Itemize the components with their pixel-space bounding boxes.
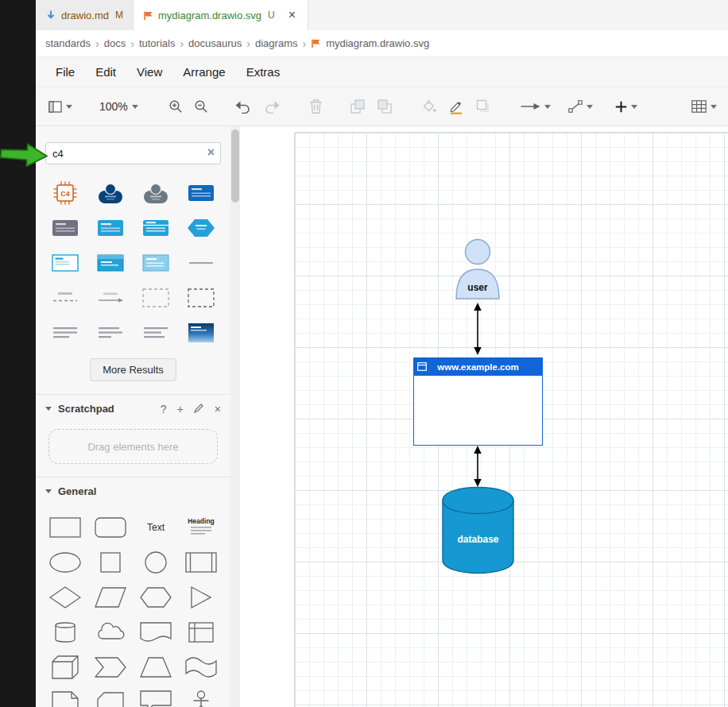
close-icon[interactable]: × [286,8,298,22]
menu-bar: File Edit View Arrange Extras [36,56,728,87]
shape-rounded-rectangle[interactable] [87,510,133,545]
shape-c4-relationship-dashed[interactable] [42,280,87,315]
toolbar-insert[interactable] [612,98,641,116]
toolbar-table[interactable] [688,97,720,116]
shape-circle[interactable] [134,545,179,580]
shape-process[interactable] [179,545,224,580]
breadcrumb-docusaurus[interactable]: docusaurus [187,37,243,49]
tab-drawio-md[interactable]: drawio.md M [36,0,134,30]
svg-text:Text: Text [147,522,165,533]
toolbar-connection[interactable] [517,99,554,114]
shape-search: × [45,142,221,164]
shape-c4-container-divided[interactable] [134,211,179,245]
help-icon[interactable]: ? [161,404,167,415]
chevron-down-icon [544,105,551,109]
more-results-button[interactable]: More Results [90,358,176,381]
shape-search-input[interactable] [45,142,221,164]
toolbar-line-color[interactable] [446,96,467,118]
shape-c4-hexagon[interactable] [179,211,224,245]
shape-c4-relationship[interactable] [87,280,133,315]
node-database[interactable]: database [441,486,515,574]
panel-scrollbar[interactable] [230,126,240,707]
add-icon[interactable]: + [177,404,184,415]
breadcrumb-docs[interactable]: docs [103,37,127,49]
menu-extras[interactable]: Extras [236,57,291,87]
shape-internal-storage[interactable] [179,615,224,650]
shape-c4-frame[interactable] [42,245,87,280]
scratchpad-header[interactable]: Scratchpad ? + × [36,395,230,423]
breadcrumb-standards[interactable]: standards [44,37,92,49]
shape-c4-container[interactable] [179,176,224,211]
chevron-down-icon [66,105,72,109]
shape-square[interactable] [87,545,133,580]
node-user[interactable]: user [455,238,501,299]
shape-c4-webapp-solid[interactable] [87,245,133,280]
shape-c4-chip[interactable]: C4 [42,176,87,211]
shape-triangle[interactable] [179,580,224,615]
scrollbar-thumb[interactable] [231,129,239,203]
shape-c4-image[interactable] [179,315,224,350]
chevron-down-icon [587,105,593,109]
general-header[interactable]: General [36,477,230,505]
shape-cloud[interactable] [87,615,133,650]
shape-document[interactable] [134,615,179,650]
shape-cylinder[interactable] [42,615,87,650]
markdown-file-icon [45,10,56,21]
shape-c4-person-external[interactable] [134,176,179,211]
chevron-right-icon: › [95,37,99,50]
shape-step[interactable] [87,650,133,685]
menu-edit[interactable]: Edit [85,57,126,87]
toolbar-zoom-in[interactable] [165,96,186,117]
shape-cube[interactable] [42,650,87,685]
toolbar-view-panel[interactable] [45,98,76,116]
shape-text[interactable]: Text [134,510,179,545]
shape-parallelogram[interactable] [87,580,133,615]
shape-card[interactable] [87,685,133,707]
drawio-file-icon [143,10,153,21]
toolbar-zoom-out[interactable] [191,96,211,117]
shape-ellipse[interactable] [42,545,87,580]
tab-label: drawio.md [61,10,109,21]
menu-arrange[interactable]: Arrange [172,57,235,87]
shape-c4-boundary[interactable] [134,280,179,315]
shape-note[interactable] [42,685,87,707]
scratchpad-dropzone[interactable]: Drag elements here [48,429,218,464]
close-icon[interactable]: × [215,404,221,415]
menu-file[interactable]: File [45,57,85,87]
shape-textbox[interactable]: Heading [179,510,224,545]
toolbar-zoom-level[interactable]: 100% [96,97,141,116]
shape-c4-container-external[interactable] [42,211,87,245]
toolbar-waypoints[interactable] [565,97,596,116]
shape-diamond[interactable] [42,580,87,615]
shape-rectangle[interactable] [42,510,87,545]
chevron-down-icon [631,105,637,109]
shape-c4-text[interactable] [42,315,87,350]
shape-c4-webapp[interactable] [87,211,133,245]
shape-c4-boundary-alt[interactable] [179,280,224,315]
chevron-right-icon: › [130,37,134,50]
toolbar-undo[interactable] [232,97,254,117]
shape-hexagon[interactable] [134,580,179,615]
toolbar: 100% [36,87,728,126]
shape-trapezoid[interactable] [134,650,179,685]
toolbar-shadow [473,96,494,117]
tab-mydiagram-drawio-svg[interactable]: mydiagram.drawio.svg U × [134,0,308,30]
breadcrumb-file[interactable]: mydiagram.drawio.svg [324,37,431,49]
diagram-canvas[interactable]: user www.example.com [240,126,728,707]
shape-callout[interactable] [134,685,179,707]
shape-c4-webapp-light[interactable] [134,245,179,280]
shape-c4-text-2[interactable] [87,315,133,350]
node-browser-window[interactable]: www.example.com [413,357,543,446]
clear-search-icon[interactable]: × [207,145,215,160]
shape-c4-text-3[interactable] [134,315,179,350]
edit-pencil-icon[interactable] [194,403,204,415]
shape-actor[interactable] [179,685,224,707]
breadcrumb-diagrams[interactable]: diagrams [254,37,299,49]
activity-bar [0,0,36,707]
shape-c4-connector[interactable] [179,245,224,280]
breadcrumb-tutorials[interactable]: tutorials [137,37,177,49]
menu-view[interactable]: View [126,57,172,87]
shape-tape[interactable] [179,650,224,685]
shape-c4-person[interactable] [87,176,133,211]
browser-window-titlebar: www.example.com [414,358,542,376]
